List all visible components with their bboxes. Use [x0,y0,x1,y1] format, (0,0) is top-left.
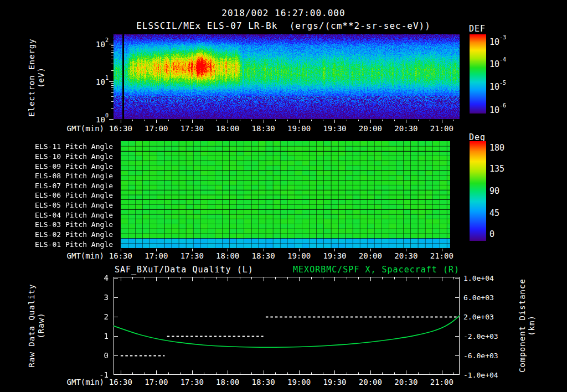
axis-tick [111,101,114,102]
axis-tick [111,108,114,109]
axis-tick [111,50,114,50]
axis-tick [180,120,181,121]
pitch-row-label: ELS-02 Pitch Angle [20,230,113,239]
pitch-row-label: ELS-06 Pitch Angle [20,191,113,199]
time-tick-label: 19:30 [321,124,348,133]
time-tick-label: 20:00 [357,124,384,133]
axis-tick [156,120,157,123]
axis-tick [228,120,228,123]
axis-tick [111,52,114,53]
time-tick-label: 18:00 [214,251,241,260]
axis-tick [192,249,193,251]
time-tick-label: 17:00 [142,378,170,386]
axis-tick [334,249,335,251]
distance-y-tick-label: -6.0e+03 [463,352,498,360]
time-tick-label: 17:00 [142,124,170,133]
axis-tick [111,90,114,90]
axis-tick [192,120,193,123]
axis-tick [240,120,240,121]
time-tick-label: 20:30 [392,124,420,133]
time-tick-label: 21:00 [428,378,456,386]
axis-tick [156,249,157,251]
axis-tick [323,120,323,121]
time-tick-label: 16:30 [107,251,135,260]
axis-tick [264,120,264,123]
time-tick-label: 20:30 [392,378,420,386]
time-tick-label: 17:30 [178,124,206,133]
pitch-row-label: ELS-10 Pitch Angle [20,152,113,161]
axis-tick [111,87,114,88]
def-colorbar-tick-label: 10-5 [489,81,528,92]
gmt-axis-label: GMT(min) [53,124,104,133]
axis-tick [370,120,371,123]
time-tick-label: 16:30 [107,378,135,386]
axis-tick [204,120,204,121]
pitch-row-label: ELS-11 Pitch Angle [20,142,113,151]
deg-colorbar-tick-label: 135 [489,164,528,174]
deg-colorbar-tick-label: 45 [489,208,528,218]
pitch-row-label: ELS-08 Pitch Angle [20,172,113,180]
distance-y-axis-label-text: Component Distance [518,265,527,386]
distance-y-tick-label: 2.0e+03 [463,313,494,321]
def-colorbar-tick-label: 10-3 [489,37,528,47]
axis-tick [111,55,114,55]
datetime-title: 2018/002 16:27:00.000 [0,8,567,18]
axis-tick [358,120,359,121]
axis-tick [145,120,145,121]
axis-tick [111,92,114,93]
time-tick-label: 19:00 [285,378,313,386]
deg-colorbar [470,141,486,241]
quality-y-tick-label: 2 [87,312,109,321]
time-tick-label: 19:30 [321,378,348,386]
pitch-row-label: ELS-09 Pitch Angle [20,162,113,171]
def-colorbar-title: DEF [469,24,486,34]
axis-tick [382,120,383,121]
distance-y-axis-units: (km) [527,265,537,386]
time-tick-label: 19:30 [321,251,348,260]
time-tick-label: 18:30 [250,251,277,260]
time-tick-label: 18:00 [214,124,241,133]
axis-tick [228,249,228,251]
axis-tick [406,249,406,251]
science-plot-screen: 2018/002 16:27:00.000 ELSSCIL/MEx ELS-07… [0,0,567,392]
quality-y-tick-label: -1 [87,370,109,379]
pitch-row-label: ELS-05 Pitch Angle [20,201,113,209]
axis-tick [299,249,300,251]
spectrogram-y-axis-label: Electron Energy (eV) [27,17,46,138]
axis-tick [111,83,114,84]
pitch-angle-canvas [121,141,454,248]
time-tick-label: 16:30 [107,124,135,133]
axis-tick [370,249,371,251]
axis-tick [121,249,121,251]
quality-distance-canvas [114,277,460,375]
axis-tick [275,120,276,121]
spectrogram-y-axis-label-text: Electron Energy [27,17,37,138]
axis-tick [430,120,430,121]
axis-tick [168,120,169,121]
time-tick-label: 17:00 [142,251,170,260]
pitch-time-axis: GMT(min) 16:3017:0017:3018:0018:3019:001… [0,251,567,261]
axis-tick [121,120,121,123]
quality-y-axis-label: Raw Data Quality (Raw) [27,265,46,386]
time-tick-label: 17:30 [178,251,206,260]
axis-tick [287,120,288,121]
axis-tick [453,120,454,121]
time-tick-label: 18:00 [214,378,241,386]
axis-tick [264,249,264,251]
time-tick-label: 17:30 [178,378,206,386]
axis-tick [111,48,114,48]
axis-tick [111,45,114,46]
distance-y-axis-label: Component Distance (km) [518,265,537,386]
deg-colorbar-tick-label: 180 [489,143,528,153]
pitch-row-label: ELS-03 Pitch Angle [20,220,113,229]
axis-tick [109,81,114,82]
axis-tick [216,120,217,121]
quality-y-tick-label: 0 [87,351,109,360]
pitch-row-label: ELS-04 Pitch Angle [20,211,113,219]
time-tick-label: 21:00 [428,251,456,260]
axis-tick [132,120,133,121]
axis-tick [111,64,114,64]
quality-y-axis-label-text: Raw Data Quality [27,265,37,386]
axis-tick [406,120,406,123]
distance-y-tick-label: -2.0e+03 [463,332,498,341]
